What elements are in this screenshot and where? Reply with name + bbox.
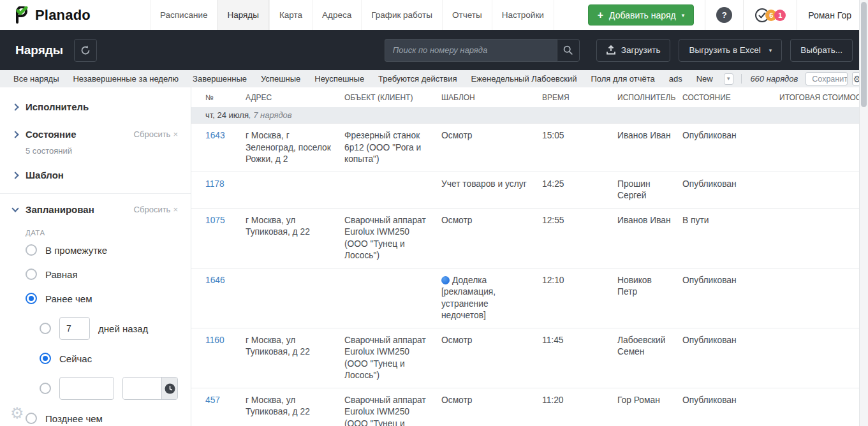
vertical-scrollbar[interactable] bbox=[859, 0, 868, 426]
add-order-button[interactable]: + Добавить наряд ▾ bbox=[588, 4, 695, 26]
option-datetime[interactable] bbox=[0, 371, 191, 406]
search-input[interactable] bbox=[385, 39, 557, 62]
scheduled-reset-button[interactable]: Сбросить× bbox=[134, 205, 178, 214]
radio-equal[interactable] bbox=[26, 268, 37, 280]
cell-time: 12:10 bbox=[542, 268, 617, 328]
order-link[interactable]: 1178 bbox=[205, 179, 224, 189]
radio-now[interactable] bbox=[40, 353, 51, 364]
section-scheduled[interactable]: Запланирован Сбросить× bbox=[0, 194, 191, 221]
save-view-button[interactable]: Сохранить вид... bbox=[805, 72, 848, 85]
option-between-label: В промежутке bbox=[45, 245, 107, 256]
col-time[interactable]: ВРЕМЯ bbox=[542, 87, 617, 107]
filter-tab-successful[interactable]: Успешные bbox=[254, 74, 307, 84]
option-now[interactable]: Сейчас bbox=[0, 346, 191, 371]
orders-table-area: № АДРЕС ОБЪЕКТ (КЛИЕНТ) ШАБЛОН ВРЕМЯ ИСП… bbox=[191, 87, 868, 426]
cell-template: Доделка [рекламация, устранение недочето… bbox=[441, 268, 542, 328]
option-days-ago[interactable]: дней назад bbox=[0, 311, 191, 346]
col-number[interactable]: № bbox=[191, 87, 246, 107]
nav-item-reports[interactable]: Отчеты bbox=[442, 0, 492, 30]
upload-button[interactable]: Загрузить bbox=[596, 39, 671, 62]
date-input[interactable] bbox=[59, 377, 114, 400]
nav-item-addresses[interactable]: Адреса bbox=[312, 0, 361, 30]
cell-time: 12:55 bbox=[542, 208, 617, 268]
filter-tab-finished[interactable]: Завершенные bbox=[186, 74, 254, 84]
close-icon: × bbox=[173, 129, 178, 139]
planado-logo[interactable]: Planado bbox=[0, 0, 150, 30]
search-button[interactable] bbox=[557, 39, 580, 62]
option-between[interactable]: В промежутке bbox=[0, 238, 191, 262]
col-performer[interactable]: ИСПОЛНИТЕЛЬ bbox=[617, 87, 682, 107]
state-reset-button[interactable]: Сбросить× bbox=[134, 129, 178, 139]
cell-address: г Москва, ул Тупиковая, д 22 bbox=[246, 388, 344, 426]
cell-object bbox=[344, 268, 441, 328]
filter-tab-all[interactable]: Все наряды bbox=[6, 74, 66, 84]
cell-template: Учет товаров и услуг bbox=[441, 172, 542, 208]
nav-item-map[interactable]: Карта bbox=[269, 0, 312, 30]
order-link[interactable]: 457 bbox=[205, 395, 220, 405]
section-state[interactable]: Состояние Сбросить× bbox=[0, 119, 191, 146]
cell-address bbox=[246, 268, 344, 328]
col-object[interactable]: ОБЪЕКТ (КЛИЕНТ) bbox=[344, 87, 441, 107]
nav-item-schedule[interactable]: Расписание bbox=[150, 0, 217, 30]
col-state[interactable]: СОСТОЯНИЕ bbox=[682, 87, 779, 107]
radio-later[interactable] bbox=[26, 413, 37, 424]
cell-address bbox=[246, 172, 344, 208]
section-template[interactable]: Шаблон bbox=[0, 159, 191, 187]
filter-tab-ads[interactable]: ads bbox=[662, 74, 689, 84]
section-scheduled-label: Запланирован bbox=[26, 204, 94, 215]
filter-tab-weekly-laboevsky[interactable]: Еженедельный Лабоевский bbox=[464, 74, 584, 84]
radio-between[interactable] bbox=[26, 244, 37, 256]
cell-object: Сварочный аппарат Eurolux IWM250 (ООО "Т… bbox=[344, 388, 441, 426]
help-button[interactable]: ? bbox=[716, 7, 732, 23]
cell-cost bbox=[779, 388, 868, 426]
cell-template: Осмотр bbox=[441, 388, 542, 426]
time-picker-button[interactable] bbox=[161, 378, 177, 399]
table-row[interactable]: 457 г Москва, ул Тупиковая, д 22 Сварочн… bbox=[191, 388, 868, 426]
order-link[interactable]: 1643 bbox=[205, 131, 225, 140]
refresh-button[interactable] bbox=[74, 39, 97, 62]
scrollbar-thumb[interactable] bbox=[861, 2, 867, 107]
col-address[interactable]: АДРЕС bbox=[246, 87, 344, 107]
nav-item-orders[interactable]: Наряды bbox=[217, 0, 269, 30]
sidebar-settings-button[interactable]: ⚙ bbox=[10, 406, 24, 421]
user-menu[interactable]: Роман Гор bbox=[808, 10, 851, 20]
cell-time: 11:45 bbox=[542, 328, 617, 388]
export-excel-button[interactable]: Выгрузить в Excel ▾ bbox=[679, 39, 782, 62]
cell-address: г Москва, ул Тупиковая, д 22 bbox=[246, 208, 344, 268]
option-later[interactable]: Позднее чем bbox=[0, 406, 191, 426]
radio-days-ago[interactable] bbox=[40, 323, 51, 334]
section-performer[interactable]: Исполнитель bbox=[0, 91, 191, 119]
days-ago-input[interactable] bbox=[59, 317, 90, 340]
more-views-dropdown[interactable]: ▼ bbox=[724, 73, 733, 85]
select-button[interactable]: Выбрать... bbox=[790, 39, 853, 62]
option-earlier[interactable]: Ранее чем bbox=[0, 286, 191, 311]
navbar-right: + Добавить наряд ▾ ? 6 1 Роман Гор bbox=[588, 0, 868, 30]
notifications-button[interactable]: 6 1 bbox=[754, 8, 786, 23]
order-link[interactable]: 1075 bbox=[205, 216, 225, 225]
nav-item-settings[interactable]: Настройки bbox=[492, 0, 554, 30]
table-row[interactable]: 1643 г Москва, г Зеленоград, поселок Рож… bbox=[191, 124, 868, 172]
upload-label: Загрузить bbox=[621, 45, 661, 55]
cell-performer: Лабоевский Семен bbox=[617, 328, 682, 388]
filter-tab-report-fields[interactable]: Поля для отчёта bbox=[584, 74, 661, 84]
filter-tab-actions-required[interactable]: Требуются действия bbox=[371, 74, 464, 84]
date-group-label: ДАТА bbox=[0, 221, 191, 238]
time-input[interactable] bbox=[123, 378, 161, 399]
reset-label: Сбросить bbox=[134, 129, 171, 139]
order-link[interactable]: 1646 bbox=[205, 275, 225, 285]
filter-tab-unsuccessful[interactable]: Неуспешные bbox=[307, 74, 371, 84]
table-row[interactable]: 1178 Учет товаров и услуг 14:25 Прошин С… bbox=[191, 172, 868, 208]
radio-earlier[interactable] bbox=[26, 293, 37, 304]
col-total-cost[interactable]: ИТОГОВАЯ СТОИМОСТЬ bbox=[779, 87, 868, 107]
chevron-right-icon bbox=[11, 103, 18, 110]
filter-tab-unfinished-week[interactable]: Незавершенные за неделю bbox=[66, 74, 186, 84]
table-row[interactable]: 1646 Доделка [рекламация, устранение нед… bbox=[191, 268, 868, 328]
filter-tab-new[interactable]: New bbox=[689, 74, 720, 84]
nav-item-work-schedule[interactable]: График работы bbox=[361, 0, 442, 30]
radio-datetime[interactable] bbox=[40, 383, 51, 394]
table-row[interactable]: 1160 г Москва, ул Тупиковая, д 22 Свароч… bbox=[191, 328, 868, 388]
col-template[interactable]: ШАБЛОН bbox=[441, 87, 542, 107]
order-link[interactable]: 1160 bbox=[205, 335, 224, 345]
option-equal[interactable]: Равная bbox=[0, 262, 191, 286]
table-row[interactable]: 1075 г Москва, ул Тупиковая, д 22 Свароч… bbox=[191, 208, 868, 268]
